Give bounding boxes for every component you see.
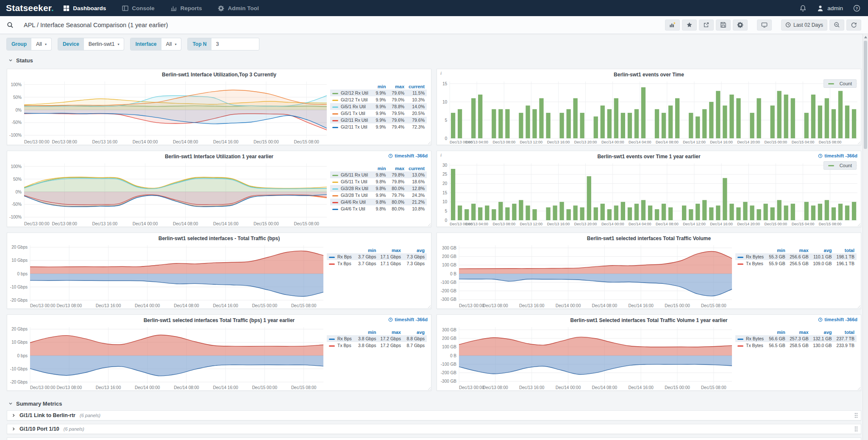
summary-row-gi1-1[interactable]: Gi1/1 Link to Berlin-rtr (6 panels) [7, 410, 861, 420]
zoom-out-button[interactable] [829, 20, 844, 31]
legend-header-max[interactable]: max [787, 247, 811, 253]
chart-area[interactable]: Dec/13 00:00Dec/13 08:00Dec/13 16:00Dec/… [437, 324, 735, 390]
legend-header-current[interactable]: current [406, 84, 427, 90]
breadcrumb-folder[interactable]: APL [24, 22, 35, 28]
chart-area[interactable]: Dec/13 00:00Dec/13 04:00Dec/13 08:00Dec/… [437, 160, 861, 227]
legend-header-max[interactable]: max [787, 329, 811, 335]
legend-header-current[interactable]: current [406, 165, 427, 171]
legend-series-name[interactable]: Gi5/11 Tx Util [330, 178, 370, 185]
chart-area[interactable]: Dec/13 00:00Dec/13 08:00Dec/13 16:00Dec/… [7, 324, 327, 390]
legend-series-name[interactable]: Gi5/1 Rx Util [330, 103, 370, 110]
legend-header-total[interactable]: total [834, 247, 857, 253]
chart-canvas[interactable]: Dec/13 00:00Dec/13 08:00Dec/13 16:00Dec/… [7, 324, 327, 390]
legend-header-min[interactable]: min [355, 329, 378, 335]
legend-series-name[interactable]: Gi3/28 Rx Util [330, 185, 370, 192]
nav-item-console[interactable]: Console [122, 5, 154, 11]
legend-header-max[interactable]: max [378, 247, 403, 253]
legend-header-min[interactable]: min [766, 247, 787, 253]
legend-series-name[interactable]: Rx Bps [327, 253, 355, 260]
summary-row-gi1-10[interactable]: Gi1/10 Port 1/10 (6 panels) [7, 424, 861, 434]
legend-count-box[interactable]: Count [823, 161, 857, 170]
legend-header-min[interactable]: min [355, 247, 378, 253]
legend-series-name[interactable]: Tx Bps [327, 342, 355, 349]
info-icon[interactable]: i [440, 70, 442, 76]
chart-canvas[interactable]: Dec/13 00:00Dec/13 08:00Dec/13 16:00Dec/… [437, 242, 735, 308]
vertical-scrollbar[interactable] [862, 34, 868, 440]
legend-series-name[interactable]: Gi5/1 Tx Util [330, 110, 370, 117]
legend-series-name[interactable]: Gi2/12 Rx Util [330, 90, 370, 96]
scrollbar-thumb[interactable] [864, 41, 867, 149]
info-icon[interactable]: i [440, 152, 442, 157]
time-range-picker[interactable]: Last 02 Days [781, 20, 827, 31]
legend-header-min[interactable]: min [370, 84, 388, 90]
breadcrumb-dashboard-title[interactable]: Interface Seasonal Comparison (1 year ea… [40, 22, 168, 28]
share-button[interactable] [699, 20, 714, 31]
legend-count-box[interactable]: Count [823, 79, 857, 88]
status-section-header[interactable]: Status [8, 57, 861, 64]
chart-canvas[interactable]: Dec/13 00:00Dec/13 08:00Dec/13 16:00Dec/… [7, 78, 330, 145]
tv-mode-button[interactable] [757, 20, 772, 31]
drag-handle-icon[interactable] [854, 412, 858, 418]
legend-header-avg[interactable]: avg [403, 329, 427, 335]
group-filter-value[interactable]: All▾ [31, 38, 51, 50]
legend-series-name[interactable]: Rx Bps [327, 335, 355, 342]
favorite-star-button[interactable] [682, 20, 697, 31]
legend-series-name[interactable]: Gi5/11 Rx Util [330, 171, 370, 178]
legend-header-avg[interactable]: avg [403, 247, 427, 253]
save-button[interactable] [716, 20, 731, 31]
brand-logo[interactable]: Statseeker. [0, 3, 63, 13]
summary-row-partial[interactable] [7, 437, 861, 440]
nav-item-dashboards[interactable]: Dashboards [63, 5, 106, 11]
legend-header-max[interactable]: max [388, 84, 406, 90]
legend-series-name[interactable]: Gi2/11 Tx Util [330, 123, 370, 130]
legend-series-name[interactable]: Gi2/12 Tx Util [330, 96, 370, 103]
chart-canvas[interactable]: Dec/13 00:00Dec/13 08:00Dec/13 16:00Dec/… [7, 160, 330, 227]
user-menu[interactable]: admin [817, 5, 843, 12]
nav-item-admin-tool[interactable]: Admin Tool [218, 5, 259, 11]
search-icon[interactable] [7, 22, 14, 28]
panel-title[interactable]: Berlin-swt1 selected interfaces Total Tr… [437, 233, 861, 241]
device-filter-value[interactable]: Berlin-swt1▾ [84, 38, 124, 50]
chart-canvas[interactable]: Dec/13 00:00Dec/13 04:00Dec/13 08:00Dec/… [437, 160, 861, 227]
legend-series-name[interactable]: Rx Bytes [735, 253, 766, 260]
summary-section-header[interactable]: Summary Metrics [8, 400, 861, 407]
panel-title[interactable]: Berlin-swt1 events over Time [437, 69, 861, 78]
panel-title[interactable]: Berlin-swt1 selected interfaces - Total … [7, 233, 431, 241]
legend-header-avg[interactable]: avg [811, 247, 834, 253]
chart-area[interactable]: Dec/13 00:00Dec/13 04:00Dec/13 08:00Dec/… [437, 78, 861, 145]
nav-item-reports[interactable]: Reports [170, 5, 202, 11]
chart-area[interactable]: Dec/13 00:00Dec/13 08:00Dec/13 16:00Dec/… [7, 78, 330, 145]
legend-series-name[interactable]: Rx Bytes [735, 335, 766, 342]
interface-filter-value[interactable]: All▾ [161, 38, 181, 50]
chart-canvas[interactable]: Dec/13 00:00Dec/13 08:00Dec/13 16:00Dec/… [437, 324, 735, 390]
legend-series-name[interactable]: Tx Bytes [735, 260, 766, 267]
chart-canvas[interactable]: Dec/13 00:00Dec/13 08:00Dec/13 16:00Dec/… [7, 242, 327, 308]
add-panel-button[interactable]: + [665, 20, 680, 31]
legend-series-name[interactable]: Gi3/28 Tx Util [330, 192, 370, 199]
legend-header-max[interactable]: max [388, 165, 406, 171]
legend-series-name[interactable]: Tx Bps [327, 260, 355, 267]
legend-header-max[interactable]: max [378, 329, 403, 335]
chart-canvas[interactable]: Dec/13 00:00Dec/13 04:00Dec/13 08:00Dec/… [437, 78, 861, 145]
legend-header-total[interactable]: total [834, 329, 857, 335]
legend-header-avg[interactable]: avg [811, 329, 834, 335]
panel-title[interactable]: Berlin-swt1 Selected interfaces Total Tr… [437, 315, 861, 323]
chart-area[interactable]: Dec/13 00:00Dec/13 08:00Dec/13 16:00Dec/… [7, 160, 330, 227]
drag-handle-icon[interactable] [854, 426, 858, 432]
panel-title[interactable]: Berlin-swt1 Interface Utilization,Top 3 … [7, 69, 431, 78]
legend-header-min[interactable]: min [370, 165, 388, 171]
topn-input[interactable] [211, 38, 259, 50]
chart-area[interactable]: Dec/13 00:00Dec/13 08:00Dec/13 16:00Dec/… [7, 242, 327, 308]
legend-header-min[interactable]: min [766, 329, 787, 335]
help-icon[interactable]: ? [853, 5, 860, 12]
legend-series-name[interactable]: Gi4/6 Tx Util [330, 205, 370, 212]
legend-series-name[interactable]: Gi4/6 Rx Util [330, 199, 370, 205]
scroll-up-arrow-icon[interactable] [864, 35, 868, 39]
notifications-bell-icon[interactable] [799, 5, 807, 12]
panel-title[interactable]: Berlin-swt1 selected interfaces Total Tr… [7, 315, 431, 323]
panel-title[interactable]: Berlin-swt1 Interface Utilization 1 year… [7, 151, 431, 160]
refresh-button[interactable] [846, 20, 861, 31]
legend-series-name[interactable]: Gi2/11 Rx Util [330, 117, 370, 123]
chart-area[interactable]: Dec/13 00:00Dec/13 08:00Dec/13 16:00Dec/… [437, 242, 735, 308]
settings-button[interactable] [733, 20, 748, 31]
